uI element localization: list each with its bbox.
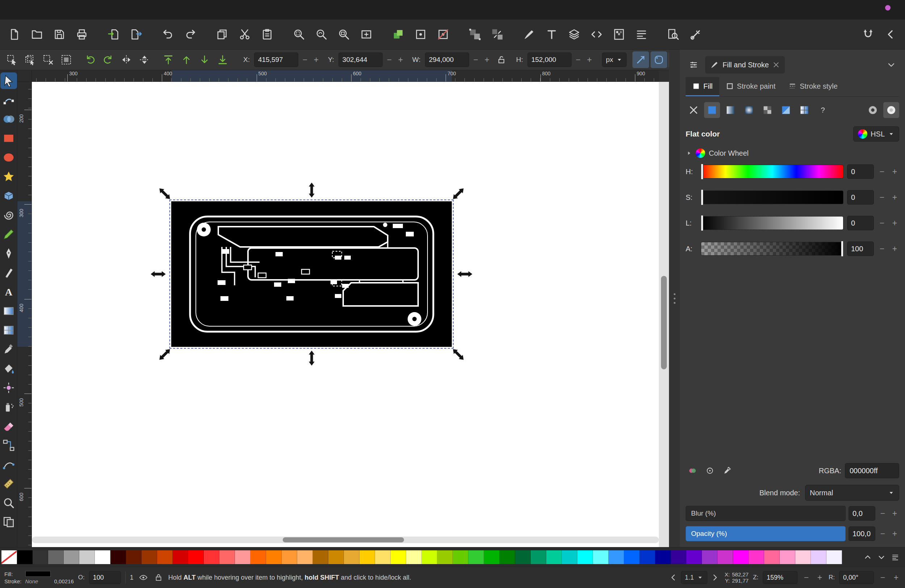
palette-swatch[interactable] [749,550,764,564]
lightness-slider[interactable] [701,216,843,230]
palette-swatch[interactable] [422,550,437,564]
rotation-input[interactable]: 0,00° [839,571,874,584]
ruler-corner[interactable] [17,70,32,82]
alpha-slider-handle[interactable] [841,241,843,257]
document-properties-button[interactable] [610,25,629,44]
saturation-input[interactable]: 0 [847,190,874,205]
dialog-tab-icon-button[interactable] [686,57,702,73]
xml-editor-button[interactable] [587,25,606,44]
pencil-tool-button[interactable] [0,226,17,243]
palette-scroll-down-button[interactable] [875,551,888,563]
lightness-input[interactable]: 0 [847,216,874,230]
y-input[interactable]: 302,644 [338,52,383,67]
rgba-input[interactable]: 000000ff [845,463,899,478]
import-button[interactable] [104,25,123,44]
height-decrement-button[interactable]: − [574,52,583,67]
unknown-paint-button[interactable] [815,102,831,118]
fill-stroke-dialog-button[interactable] [520,25,539,44]
saturation-increment-button[interactable]: + [890,190,899,205]
horizontal-ruler[interactable]: 300400500600700800900 [32,70,659,82]
object-opacity-input[interactable]: 100 [89,571,121,584]
create-clone-button[interactable] [411,25,430,44]
node-editor-tool-button[interactable] [0,92,17,108]
palette-swatch[interactable] [297,550,313,564]
palette-swatch[interactable] [562,550,577,564]
rectangle-tool-button[interactable] [0,130,17,147]
color-space-dropdown[interactable]: HSL [853,126,899,141]
hue-slider-handle[interactable] [701,164,703,180]
palette-swatch[interactable] [328,550,344,564]
rotation-decrement-button[interactable]: − [878,570,887,585]
palette-swatch[interactable] [359,550,375,564]
pages-tool-button[interactable] [0,514,17,531]
lightness-decrement-button[interactable]: − [878,216,886,230]
horizontal-scrollbar[interactable] [32,537,659,543]
color-wheel-expander[interactable]: Color Wheel [686,146,899,161]
palette-swatch[interactable] [219,550,235,564]
select-all-layers-button[interactable] [22,51,38,68]
deselect-button[interactable] [40,51,57,68]
palette-swatch[interactable] [500,550,515,564]
unlink-clone-button[interactable] [433,25,452,44]
palette-swatch[interactable] [531,550,546,564]
group-button[interactable] [465,25,484,44]
pick-color-button[interactable] [720,464,734,478]
saturation-slider[interactable] [701,191,843,204]
selection-handle-se[interactable] [449,345,467,363]
previous-page-button[interactable] [668,572,679,583]
mesh-gradient-tool-button[interactable] [0,322,17,338]
rotation-increment-button[interactable]: + [892,570,901,585]
palette-swatch[interactable] [608,550,624,564]
palette-swatch[interactable] [484,550,500,564]
palette-swatch[interactable] [391,550,406,564]
export-button[interactable] [127,25,146,44]
palette-swatch[interactable] [48,550,64,564]
opacity-input[interactable]: 100,0 [848,526,875,541]
palette-swatch[interactable] [624,550,640,564]
flat-color-button[interactable] [704,102,720,118]
alpha-slider[interactable] [701,242,843,256]
palette-swatch[interactable] [718,550,733,564]
flip-vertical-button[interactable] [136,51,153,68]
selection-handle-s[interactable] [307,350,316,366]
fill-rule-even-odd-button[interactable] [865,102,881,118]
bezier-pen-tool-button[interactable] [0,245,17,262]
blur-input[interactable]: 0,0 [848,506,875,521]
lock-ratio-button[interactable] [494,52,509,67]
y-decrement-button[interactable]: − [385,52,394,67]
linear-gradient-button[interactable] [722,102,738,118]
opacity-increment-button[interactable]: + [890,526,899,541]
spray-tool-button[interactable] [0,399,17,415]
palette-swatch[interactable] [95,550,110,564]
hue-slider[interactable] [701,165,843,178]
fill-stroke-indicator[interactable]: Fill: Stroke: None 0,00216 [4,571,74,584]
selection-handle-w[interactable] [150,269,166,279]
ellipse-tool-button[interactable] [0,149,17,166]
layer-indicator[interactable]: 1 [130,574,133,582]
palette-swatch[interactable] [126,550,141,564]
close-icon[interactable] [773,61,780,68]
cut-button[interactable] [235,25,254,44]
rotate-cw-button[interactable] [100,51,117,68]
horizontal-scrollbar-thumb[interactable] [283,537,404,542]
text-tool-button[interactable] [0,283,17,300]
height-increment-button[interactable]: + [585,52,594,67]
selected-pcb-image[interactable] [171,201,452,347]
snapping-button[interactable] [859,25,878,44]
saturation-slider-handle[interactable] [701,189,703,205]
radial-gradient-button[interactable] [741,102,757,118]
dock-collapse-button[interactable] [883,57,899,73]
palette-swatch[interactable] [266,550,282,564]
saturation-decrement-button[interactable]: − [878,190,886,205]
lpe-tool-button[interactable] [0,456,17,473]
palette-swatch[interactable] [33,550,48,564]
zoom-input[interactable]: 159% [763,571,797,584]
scale-stroke-toggle-button[interactable] [632,51,649,68]
fill-rule-nonzero-button[interactable] [883,102,899,118]
paste-button[interactable] [258,25,276,44]
lightness-increment-button[interactable]: + [890,216,899,230]
duplicate-button[interactable] [389,25,408,44]
alpha-decrement-button[interactable]: − [878,242,886,256]
hue-decrement-button[interactable]: − [878,164,886,179]
selected-object[interactable] [171,201,452,347]
